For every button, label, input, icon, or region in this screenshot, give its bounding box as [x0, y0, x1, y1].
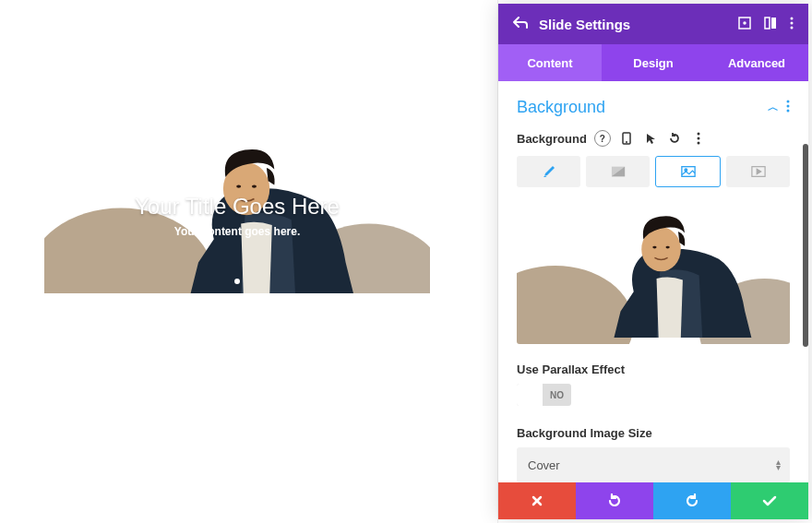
panel-header: Slide Settings	[498, 4, 808, 44]
panel-footer	[498, 482, 808, 519]
scrollbar[interactable]	[803, 144, 808, 347]
tab-content[interactable]: Content	[498, 44, 602, 81]
layout-icon[interactable]	[764, 17, 777, 32]
tab-advanced[interactable]: Advanced	[705, 44, 808, 81]
undo-button[interactable]	[576, 482, 653, 519]
background-image-preview[interactable]	[517, 200, 790, 344]
slide-title[interactable]: Your Title Goes Here	[44, 194, 430, 220]
section-title-background[interactable]: Background	[517, 98, 768, 117]
panel-title: Slide Settings	[535, 17, 738, 32]
tabs: Content Design Advanced	[498, 44, 808, 81]
select-arrows-icon: ▴▾	[776, 459, 781, 470]
settings-panel: Slide Settings Content Design Advanced B…	[498, 4, 808, 519]
back-icon[interactable]	[513, 16, 535, 32]
expand-icon[interactable]	[738, 17, 751, 32]
redo-button[interactable]	[653, 482, 731, 519]
field-more-icon[interactable]	[690, 130, 707, 147]
hover-icon[interactable]	[642, 130, 659, 147]
parallax-toggle-value: NO	[543, 390, 571, 400]
collapse-icon[interactable]: ︿	[768, 100, 779, 115]
parallax-label: Use Parallax Effect	[517, 363, 790, 376]
bgsize-label: Background Image Size	[517, 426, 790, 440]
svg-point-20	[697, 142, 699, 145]
slide-preview[interactable]: Your Title Goes Here Your content goes h…	[44, 138, 430, 293]
cancel-button[interactable]	[498, 482, 576, 519]
save-button[interactable]	[731, 482, 808, 519]
slide-pagination-dot[interactable]	[234, 279, 240, 284]
svg-point-15	[787, 110, 790, 113]
parallax-toggle[interactable]: NO	[517, 384, 571, 406]
reset-icon[interactable]	[666, 130, 683, 147]
bg-type-image[interactable]	[655, 156, 721, 187]
slide-subtitle[interactable]: Your content goes here.	[44, 225, 430, 238]
section-more-icon[interactable]	[786, 100, 790, 115]
svg-point-23	[685, 169, 687, 172]
svg-point-7	[744, 22, 746, 24]
background-field-label: Background	[517, 132, 587, 146]
background-type-tabs	[517, 156, 790, 187]
canvas-area: Your Title Goes Here Your content goes h…	[0, 0, 498, 523]
panel-body: Background ︿ Background ?	[498, 81, 808, 482]
svg-point-12	[791, 26, 794, 29]
help-icon[interactable]: ?	[594, 130, 611, 147]
svg-point-18	[697, 133, 699, 136]
svg-point-10	[791, 17, 794, 19]
tab-design[interactable]: Design	[602, 44, 705, 81]
svg-point-14	[787, 105, 790, 108]
svg-rect-9	[771, 18, 776, 29]
bg-type-video[interactable]	[726, 156, 790, 187]
mobile-icon[interactable]	[618, 130, 635, 147]
bg-type-gradient[interactable]	[586, 156, 650, 187]
svg-point-13	[787, 101, 790, 103]
more-icon[interactable]	[790, 17, 794, 32]
bgsize-value: Cover	[528, 458, 560, 472]
svg-point-11	[791, 21, 794, 24]
bg-type-color[interactable]	[517, 156, 580, 187]
svg-rect-8	[765, 18, 770, 29]
bgsize-select[interactable]: Cover ▴▾	[517, 447, 790, 482]
svg-point-19	[697, 137, 699, 140]
